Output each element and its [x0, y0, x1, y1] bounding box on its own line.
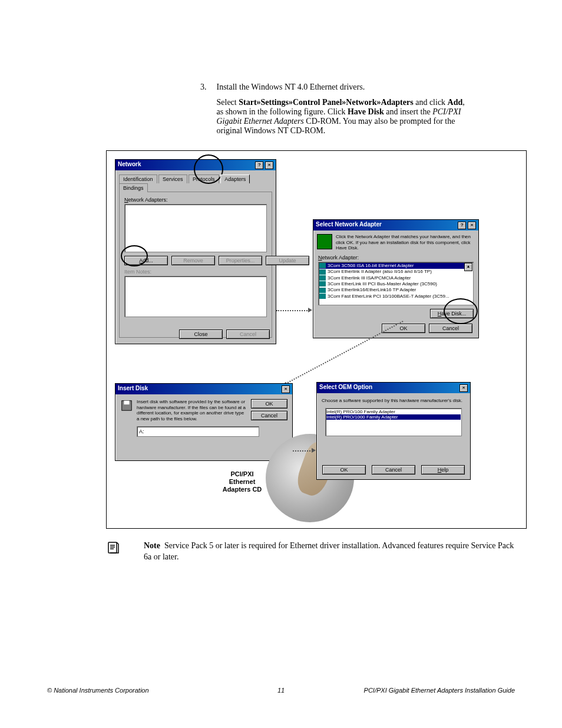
update-button: Update	[266, 256, 309, 265]
page-footer: © National Instruments Corporation 11 PC…	[47, 687, 515, 694]
cancel-button: Cancel	[226, 330, 270, 339]
add-button[interactable]: Add...	[124, 256, 168, 265]
cd-caption: PCI/PXI Ethernet Adapters CD	[219, 470, 266, 494]
list-item[interactable]: 3Com Etherlink16/EtherLink16 TP Adapter	[319, 287, 472, 293]
list-item[interactable]: Intel(R) PRO/1000 Family Adapter	[326, 414, 461, 420]
footer-page-number: 11	[47, 687, 515, 694]
close-icon[interactable]: ×	[468, 222, 476, 229]
annotation-arrowhead-3	[312, 448, 316, 453]
tab-bindings[interactable]: Bindings	[119, 183, 148, 192]
network-dialog: Network ? × Identification Services Prot…	[115, 159, 276, 344]
have-disk-button[interactable]: Have Disk...	[430, 309, 474, 318]
list-item[interactable]: Intel(R) PRO/100 Family Adapter	[326, 409, 461, 414]
list-item[interactable]: 3Com Fast EtherLink PCI 10/100BASE-T Ada…	[319, 294, 472, 299]
oem-listbox[interactable]: Intel(R) PRO/100 Family Adapter Intel(R)…	[325, 408, 462, 436]
help-icon[interactable]: ?	[458, 222, 466, 229]
network-adapters-list[interactable]	[124, 204, 267, 252]
tab-services[interactable]: Services	[158, 174, 187, 183]
select-adapter-dialog: Select Network Adapter ? × Click the Net…	[313, 219, 479, 338]
remove-button: Remove	[171, 256, 215, 265]
step-paragraph: Select Start»Settings»Control Panel»Netw…	[217, 98, 470, 136]
close-icon[interactable]: ×	[459, 384, 468, 392]
insert-disk-instruction: Insert disk with software provided by th…	[137, 399, 247, 421]
tab-adapters[interactable]: Adapters	[220, 174, 250, 183]
close-button[interactable]: Close	[179, 330, 223, 339]
annotation-arrowhead-1	[308, 308, 312, 312]
tab-protocols[interactable]: Protocols	[189, 174, 219, 183]
list-item[interactable]: 3Com 3C508 ISA 16-bit Ethernet Adapter	[319, 263, 472, 269]
network-dialog-title: Network	[118, 161, 141, 169]
network-adapters-label: Network Adapters:	[124, 197, 267, 203]
properties-button: Properties...	[219, 256, 262, 265]
list-item[interactable]: 3Com Etherlink III ISA/PCMCIA Adapter	[319, 275, 472, 281]
item-notes-box	[124, 276, 267, 317]
svg-rect-1	[124, 401, 129, 404]
path-input[interactable]	[137, 426, 259, 437]
item-notes-label: Item Notes:	[124, 269, 267, 275]
select-oem-title: Select OEM Option	[319, 384, 372, 392]
tab-identification[interactable]: Identification	[119, 174, 157, 183]
disk-icon	[120, 399, 133, 412]
tabs-row: Identification Services Protocols Adapte…	[119, 174, 272, 192]
cancel-button[interactable]: Cancel	[372, 465, 415, 475]
list-item[interactable]: 3Com Etherlink II Adapter (also II/16 an…	[319, 269, 472, 275]
annotation-arrow-3	[293, 450, 313, 452]
insert-disk-title: Insert Disk	[118, 385, 148, 393]
adapter-icon	[317, 234, 332, 249]
select-oem-instruction: Choose a software supported by this hard…	[317, 393, 470, 408]
help-icon[interactable]: ?	[255, 162, 263, 169]
note-text-content: Service Pack 5 or later is required for …	[144, 541, 514, 561]
note-label: Note	[144, 541, 160, 550]
close-icon[interactable]: ×	[282, 386, 290, 393]
adapter-list-label: Network Adapter:	[318, 255, 474, 261]
scroll-up-icon[interactable]: ▲	[464, 263, 472, 271]
list-item[interactable]: 3Com EtherLink III PCI Bus-Master Adapte…	[319, 281, 472, 287]
ok-button[interactable]: OK	[322, 465, 366, 475]
close-icon[interactable]: ×	[265, 162, 273, 169]
select-adapter-title: Select Network Adapter	[316, 221, 382, 229]
note-block: Note Service Pack 5 or later is required…	[106, 541, 515, 563]
adapter-listbox[interactable]: 3Com 3C508 ISA 16-bit Ethernet Adapter 3…	[318, 262, 474, 305]
help-button[interactable]: Help	[421, 465, 465, 475]
cancel-button[interactable]: Cancel	[251, 411, 287, 420]
annotation-arrow-1	[276, 310, 309, 311]
figure-composite: Network ? × Identification Services Prot…	[106, 150, 527, 529]
cancel-button[interactable]: Cancel	[429, 324, 472, 333]
select-oem-dialog: Select OEM Option × Choose a software su…	[316, 382, 471, 480]
step-3: 3. Install the Windows NT 4.0 Ethernet d…	[200, 83, 515, 136]
select-adapter-instruction: Click the Network Adapter that matches y…	[336, 234, 475, 251]
ok-button[interactable]: OK	[251, 399, 287, 409]
step-number: 3.	[200, 83, 214, 92]
step-title: Install the Windows NT 4.0 Ethernet driv…	[217, 83, 365, 91]
note-icon	[106, 541, 130, 557]
svg-rect-2	[108, 542, 117, 553]
insert-disk-dialog: Insert Disk × Insert disk with software …	[115, 383, 293, 461]
